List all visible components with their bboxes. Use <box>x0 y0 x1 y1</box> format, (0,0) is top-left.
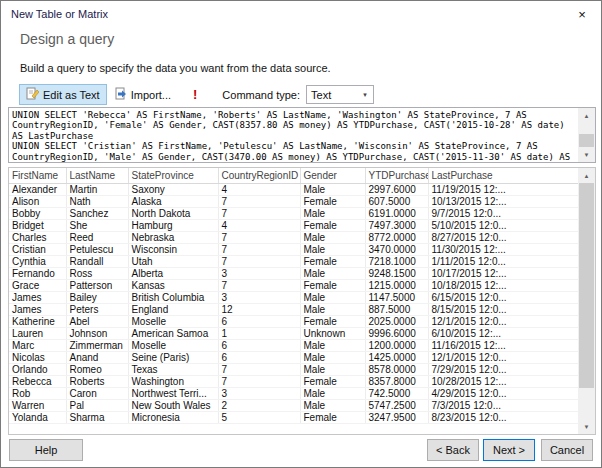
back-button[interactable]: < Back <box>427 439 479 461</box>
table-cell: Male <box>300 183 365 195</box>
table-row[interactable]: AlexanderMartinSaxony4Male2997.600011/19… <box>9 183 578 195</box>
next-button[interactable]: Next > <box>483 439 535 461</box>
query-line: CountryRegionID, 'Female' AS Gender, CAS… <box>12 120 575 130</box>
table-row[interactable]: GracePattersonKansas7Female1215.000010/1… <box>9 279 578 291</box>
table-cell: Hamburg <box>128 219 218 231</box>
import-icon <box>114 87 127 102</box>
table-cell: 8/23/2015 12:0... <box>428 411 578 423</box>
query-line: UNION SELECT 'Cristian' AS FirstName, 'P… <box>12 141 575 151</box>
table-cell: Nicolas <box>9 351 66 363</box>
run-query-button[interactable]: ! <box>186 84 204 105</box>
table-row[interactable]: KatherineAbelMoselle6Female2025.000012/1… <box>9 315 578 327</box>
query-line: UNION SELECT 'Rebecca' AS FirstName, 'Ro… <box>12 110 575 120</box>
cancel-button[interactable]: Cancel <box>541 439 593 461</box>
edit-as-text-button[interactable]: Edit as Text <box>19 84 107 105</box>
table-cell: 7 <box>218 207 300 219</box>
table-cell: Ross <box>66 267 128 279</box>
help-button[interactable]: Help <box>9 439 83 461</box>
column-header-stateprovince[interactable]: StateProvince <box>128 168 218 183</box>
query-scrollbar-track[interactable] <box>578 123 595 147</box>
grid-scrollbar[interactable]: ▲ ▼ <box>578 168 595 434</box>
table-row[interactable]: FernandoRossAlberta3Male9248.150010/17/2… <box>9 267 578 279</box>
query-toolbar: Edit as Text Import... ! Command type: T… <box>19 84 374 105</box>
table-cell: 607.5000 <box>365 195 428 207</box>
table-cell: Alison <box>9 195 66 207</box>
table-cell: 11/19/2015 12:... <box>428 183 578 195</box>
table-row[interactable]: MarcZimmermanMoselle6Male1200.000011/16/… <box>9 339 578 351</box>
command-type-value: Text <box>307 89 357 101</box>
table-cell: 8/27/2015 12:0... <box>428 231 578 243</box>
table-cell: Marc <box>9 339 66 351</box>
table-row[interactable]: JamesPetersEngland12Male887.50008/15/201… <box>9 303 578 315</box>
table-row[interactable]: BridgetSheHamburg4Female7497.30005/10/20… <box>9 219 578 231</box>
scroll-up-icon[interactable]: ▲ <box>578 168 595 183</box>
table-row[interactable]: LaurenJohnsonAmerican Samoa1Unknown9996.… <box>9 327 578 339</box>
table-cell: 1/11/2015 12:0... <box>428 255 578 267</box>
scroll-down-icon[interactable]: ▼ <box>578 419 595 434</box>
table-row[interactable]: AlisonNathAlaska7Female607.500010/13/201… <box>9 195 578 207</box>
table-cell: Moselle <box>128 339 218 351</box>
table-cell: Utah <box>128 255 218 267</box>
table-cell: Pal <box>66 399 128 411</box>
table-cell: Sanchez <box>66 207 128 219</box>
query-scrollbar[interactable]: ▲ ▼ <box>578 108 595 162</box>
table-cell: 7/29/2015 12:0... <box>428 363 578 375</box>
table-cell: 9248.1500 <box>365 267 428 279</box>
column-header-ytdpurchase[interactable]: YTDPurchase <box>365 168 428 183</box>
table-cell: 12/1/2015 12:0... <box>428 351 578 363</box>
table-cell: 7497.3000 <box>365 219 428 231</box>
table-cell: Rob <box>9 387 66 399</box>
table-cell: Female <box>300 279 365 291</box>
column-header-countryregionid[interactable]: CountryRegionID <box>218 168 300 183</box>
table-cell: 6/10/2015 12:... <box>428 327 578 339</box>
table-cell: 1215.0000 <box>365 279 428 291</box>
scroll-down-icon[interactable]: ▼ <box>578 147 595 162</box>
table-cell: 7218.1000 <box>365 255 428 267</box>
table-cell: James <box>9 291 66 303</box>
table-cell: 7 <box>218 231 300 243</box>
command-type-select[interactable]: Text ▾ <box>306 85 374 104</box>
query-scrollbar-thumb[interactable] <box>579 134 594 147</box>
table-cell: Orlando <box>9 363 66 375</box>
grid-scrollbar-thumb[interactable] <box>579 183 594 388</box>
query-line: AS LastPurchase <box>12 131 575 141</box>
table-row[interactable]: CynthiaRandallUtah7Female7218.10001/11/2… <box>9 255 578 267</box>
table-cell: Male <box>300 243 365 255</box>
table-row[interactable]: CristianPetulescuWisconsin7Male3470.0000… <box>9 243 578 255</box>
table-row[interactable]: YolandaSharmaMicronesia5Female3247.95008… <box>9 411 578 423</box>
table-cell: 7 <box>218 255 300 267</box>
column-header-lastpurchase[interactable]: LastPurchase <box>428 168 578 183</box>
column-header-firstname[interactable]: FirstName <box>9 168 66 183</box>
table-row[interactable]: OrlandoRomeoTexas7Male8578.00007/29/2015… <box>9 363 578 375</box>
column-header-gender[interactable]: Gender <box>300 168 365 183</box>
table-row[interactable]: WarrenPalNew South Wales2Male5747.25007/… <box>9 399 578 411</box>
table-cell: 4 <box>218 219 300 231</box>
table-cell: Male <box>300 207 365 219</box>
table-cell: 3247.9500 <box>365 411 428 423</box>
table-row[interactable]: BobbySanchezNorth Dakota7Male6191.00009/… <box>9 207 578 219</box>
table-row[interactable]: JamesBaileyBritish Columbia3Male1147.500… <box>9 291 578 303</box>
table-cell: Bridget <box>9 219 66 231</box>
query-text[interactable]: UNION SELECT 'Rebecca' AS FirstName, 'Ro… <box>9 108 578 162</box>
query-editor[interactable]: UNION SELECT 'Rebecca' AS FirstName, 'Ro… <box>8 107 596 163</box>
scroll-up-icon[interactable]: ▲ <box>578 108 595 123</box>
table-cell: Male <box>300 267 365 279</box>
table-cell: 4/29/2015 12:0... <box>428 387 578 399</box>
table-cell: Abel <box>66 315 128 327</box>
page-title: Design a query <box>20 31 114 47</box>
table-cell: 11/30/2015 12:... <box>428 243 578 255</box>
import-button[interactable]: Import... <box>107 84 178 105</box>
table-row[interactable]: CharlesReedNebraska7Male8772.00008/27/20… <box>9 231 578 243</box>
table-cell: 7 <box>218 279 300 291</box>
grid-scrollbar-track[interactable] <box>578 183 595 419</box>
table-cell: Romeo <box>66 363 128 375</box>
column-header-lastname[interactable]: LastName <box>66 168 128 183</box>
table-cell: 8357.8000 <box>365 375 428 387</box>
table-cell: Seine (Paris) <box>128 351 218 363</box>
table-row[interactable]: RobCaronNorthwest Terri...3Male742.50004… <box>9 387 578 399</box>
table-cell: Rebecca <box>9 375 66 387</box>
table-cell: 3 <box>218 267 300 279</box>
table-row[interactable]: NicolasAnandSeine (Paris)6Male1425.00001… <box>9 351 578 363</box>
close-button[interactable]: × <box>565 3 599 25</box>
table-row[interactable]: RebeccaRobertsWashington7Female8357.8000… <box>9 375 578 387</box>
